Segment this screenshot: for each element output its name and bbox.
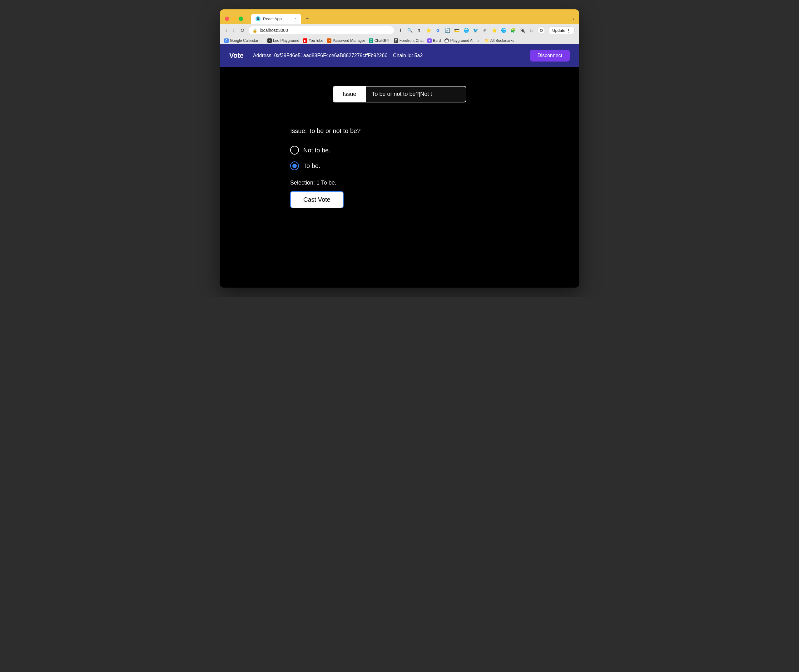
folder-icon: 📁	[484, 38, 489, 43]
bookmark-leo-playground-label: Leo Playground	[273, 38, 299, 43]
globe-icon[interactable]: 🌐	[500, 27, 507, 34]
bookmark-bard[interactable]: ✦ Bard	[427, 38, 441, 43]
bookmark-youtube-label: YouTube	[309, 38, 323, 43]
bookmark-google-calendar[interactable]: G Google Calendar -...	[224, 38, 264, 43]
star2-icon[interactable]: ⭐	[491, 27, 498, 34]
playground-icon: ⬤	[445, 38, 449, 43]
bookmark-password-manager-label: Password Manager	[333, 38, 365, 43]
tab-bar: R React App × + ›	[251, 14, 574, 24]
lock-icon: 🔒	[252, 28, 257, 33]
bookmark-leo-playground[interactable]: A Leo Playground	[267, 38, 299, 43]
address-label: Address:	[253, 53, 273, 58]
app-title: Vote	[229, 51, 243, 60]
option-not-to-be-label: Not to be.	[303, 147, 330, 154]
cast-vote-button[interactable]: Cast Vote	[290, 191, 344, 208]
radio-not-to-be-circle[interactable]	[290, 146, 299, 155]
star-icon[interactable]: ⭐	[425, 27, 432, 34]
leo-playground-icon: A	[267, 38, 272, 43]
page-content: Vote Address: 0xf39Fd6e51aad88F6F4ce6aB8…	[220, 44, 579, 288]
option-to-be-label: To be.	[303, 162, 320, 170]
forefront-icon: F	[394, 38, 398, 43]
bookmark-playground[interactable]: ⬤ Playground AI	[445, 38, 474, 43]
tab-favicon: R	[256, 16, 261, 21]
bard-icon: ✦	[427, 38, 432, 43]
chatgpt-icon: C	[369, 38, 373, 43]
bookmark-google-calendar-label: Google Calendar -...	[230, 38, 264, 43]
sync-icon[interactable]: 🔄	[444, 27, 451, 34]
minimize-traffic-light[interactable]	[232, 16, 236, 21]
option-to-be[interactable]: To be.	[290, 162, 509, 170]
google-calendar-icon: G	[224, 38, 229, 43]
password-manager-icon: •	[327, 38, 331, 43]
bookmark-chatgpt[interactable]: C ChatGPT	[369, 38, 390, 43]
puzzle-icon[interactable]: 🧩	[509, 27, 516, 34]
forward-button[interactable]: ›	[231, 27, 235, 34]
bookmarks-bar: G Google Calendar -... A Leo Playground …	[220, 37, 579, 44]
browser-window: R React App × + › ‹ › ↻ 🔒 localhost:3000…	[220, 10, 579, 288]
selection-text: Selection: 1 To be.	[290, 179, 509, 186]
toolbar-icons: ⬇ 🔍 ⬆ ⭐ G 🔄 💳 🌐 🐦 ✳ ⭐ 🌐 🧩 🔌 □ O	[397, 27, 545, 34]
wallet-icon[interactable]: 💳	[453, 27, 460, 34]
refresh-button[interactable]: ↻	[239, 27, 245, 34]
wallet-info: Address: 0xf39Fd6e51aad88F6F4ce6aB882727…	[253, 53, 521, 58]
all-bookmarks-label: All Bookmarks	[490, 38, 514, 43]
voting-section: Issue: To be or not to be? Not to be. To…	[290, 127, 509, 208]
update-chevron-icon: ⋮	[567, 28, 571, 33]
address-bar[interactable]: 🔒 localhost:3000	[249, 26, 394, 34]
square-icon[interactable]: □	[528, 27, 535, 34]
bookmark-forefront-label: Forefront Chat	[399, 38, 424, 43]
active-tab[interactable]: R React App ×	[251, 14, 301, 24]
tab-title: React App	[263, 16, 282, 21]
share-icon[interactable]: ⬆	[416, 27, 423, 34]
app-header: Vote Address: 0xf39Fd6e51aad88F6F4ce6aB8…	[220, 44, 579, 67]
issue-input[interactable]	[366, 86, 466, 102]
extensions-icon[interactable]: 🔌	[519, 27, 526, 34]
issue-label: Issue	[333, 86, 365, 102]
address-value: 0xf39Fd6e51aad88F6F4ce6aB8827279cffFb922…	[274, 53, 387, 58]
profile-icon[interactable]: O	[538, 27, 545, 34]
tab-chevron-icon: ›	[572, 16, 574, 22]
maximize-traffic-light[interactable]	[239, 16, 243, 21]
bookmark-password-manager[interactable]: • Password Manager	[327, 38, 365, 43]
bookmark-playground-label: Playground AI	[450, 38, 474, 43]
traffic-lights	[225, 16, 243, 21]
settings-icon[interactable]: ✳	[481, 27, 488, 34]
issue-display-title: Issue: To be or not to be?	[290, 127, 509, 134]
zoom-icon[interactable]: 🔍	[407, 27, 413, 34]
bookmark-youtube[interactable]: ▶ YouTube	[303, 38, 323, 43]
radio-to-be-dot	[292, 164, 297, 168]
main-content: Issue Issue: To be or not to be? Not to …	[220, 67, 579, 227]
close-traffic-light[interactable]	[225, 16, 229, 21]
chain-label: Chain Id:	[393, 53, 413, 58]
option-not-to-be[interactable]: Not to be.	[290, 146, 509, 155]
tab-close-icon[interactable]: ×	[295, 16, 297, 21]
issue-input-row: Issue	[333, 86, 466, 102]
download-icon[interactable]: ⬇	[397, 27, 404, 34]
update-label: Update	[552, 28, 565, 33]
all-bookmarks-item[interactable]: 📁 All Bookmarks	[484, 38, 514, 43]
url-text: localhost:3000	[260, 28, 288, 33]
youtube-icon: ▶	[303, 38, 307, 43]
more-bookmarks-button[interactable]: »	[477, 38, 479, 43]
disconnect-button[interactable]: Disconnect	[530, 50, 570, 61]
bookmark-chatgpt-label: ChatGPT	[375, 38, 390, 43]
bookmark-bard-label: Bard	[433, 38, 441, 43]
bookmark-forefront[interactable]: F Forefront Chat	[394, 38, 424, 43]
translate-icon[interactable]: 🌐	[463, 27, 469, 34]
address-bar-row: ‹ › ↻ 🔒 localhost:3000 ⬇ 🔍 ⬆ ⭐ G 🔄 💳 🌐 🐦…	[220, 24, 579, 37]
back-button[interactable]: ‹	[224, 27, 228, 34]
google-icon[interactable]: G	[434, 27, 441, 34]
radio-to-be-circle[interactable]	[290, 162, 299, 170]
new-tab-button[interactable]: +	[303, 14, 311, 23]
chain-value: 5a2	[415, 53, 423, 58]
twitter-icon[interactable]: 🐦	[472, 27, 479, 34]
update-button[interactable]: Update ⋮	[548, 27, 575, 34]
title-bar: R React App × + ›	[220, 10, 579, 24]
